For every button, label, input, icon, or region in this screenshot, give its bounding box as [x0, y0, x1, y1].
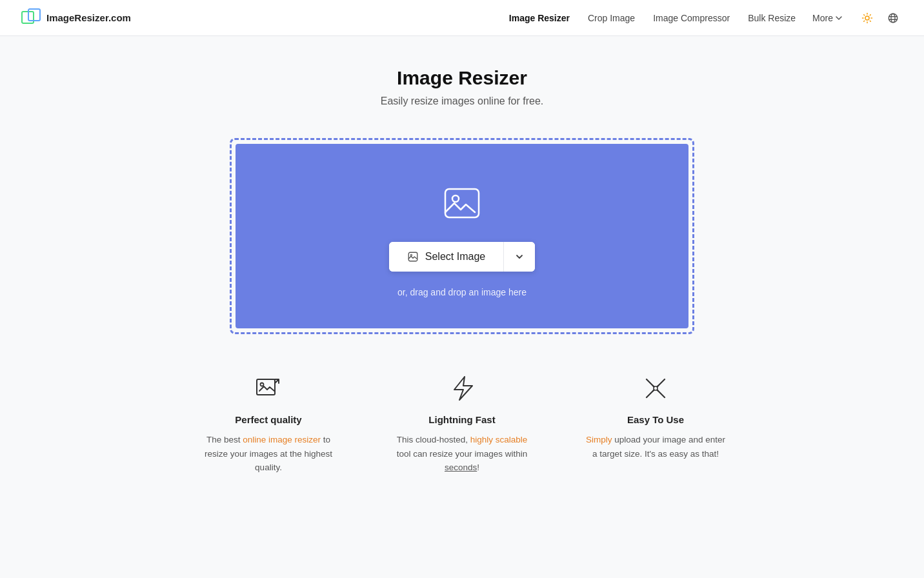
feature-quality-title: Perfect quality [235, 414, 301, 425]
select-image-dropdown-button[interactable] [504, 242, 535, 272]
svg-rect-9 [257, 379, 275, 395]
feature-speed-title: Lightning Fast [428, 414, 495, 425]
svg-point-2 [865, 16, 869, 20]
wrench-icon [640, 373, 671, 404]
drop-zone-wrapper[interactable]: Select Image or, drag and drop an image … [230, 138, 694, 334]
image-select-icon [407, 251, 419, 263]
chevron-down-icon [514, 252, 525, 262]
feature-quality-desc: The best online image resizer to resize … [197, 433, 339, 475]
drag-drop-text: or, drag and drop an image here [397, 287, 527, 297]
features-section: Perfect quality The best online image re… [95, 373, 829, 475]
nav-icon-group [857, 8, 903, 28]
resize-icon [253, 373, 284, 404]
drop-zone[interactable]: Select Image or, drag and drop an image … [236, 144, 688, 328]
svg-point-10 [261, 383, 264, 386]
feature-easy-desc: Simply upload your image and enter a tar… [585, 433, 727, 461]
nav-image-resizer[interactable]: Image Resizer [501, 8, 578, 28]
header: ImageResizer.com Image Resizer Crop Imag… [0, 0, 924, 36]
lightning-icon [447, 373, 477, 404]
feature-easy: Easy To Use Simply upload your image and… [585, 373, 727, 475]
logo[interactable]: ImageResizer.com [21, 8, 131, 28]
page-title: Image Resizer [95, 67, 829, 89]
chevron-down-icon [835, 14, 843, 22]
globe-icon [887, 12, 899, 24]
svg-rect-7 [408, 252, 417, 261]
svg-point-15 [654, 386, 658, 390]
feature-easy-title: Easy To Use [627, 414, 684, 425]
svg-point-3 [889, 14, 898, 23]
svg-point-6 [452, 195, 459, 202]
svg-point-4 [891, 14, 895, 23]
page-subtitle: Easily resize images online for free. [95, 95, 829, 107]
upload-image-icon [439, 180, 485, 226]
language-button[interactable] [883, 8, 903, 28]
main-content: Image Resizer Easily resize images onlin… [75, 36, 849, 516]
logo-icon [21, 8, 41, 28]
feature-quality: Perfect quality The best online image re… [197, 373, 339, 475]
sun-icon [861, 12, 873, 24]
feature-speed-desc: This cloud-hosted, highly scalable tool … [391, 433, 533, 475]
main-nav: Image Resizer Crop Image Image Compresso… [501, 8, 903, 28]
select-image-button[interactable]: Select Image [389, 242, 504, 272]
logo-text: ImageResizer.com [46, 12, 131, 23]
nav-more[interactable]: More [806, 8, 849, 28]
nav-crop-image[interactable]: Crop Image [580, 8, 643, 28]
select-image-button-group[interactable]: Select Image [389, 242, 535, 272]
nav-bulk-resize[interactable]: Bulk Resize [740, 8, 803, 28]
svg-rect-5 [445, 189, 479, 217]
theme-toggle-button[interactable] [857, 8, 878, 28]
feature-speed: Lightning Fast This cloud-hosted, highly… [391, 373, 533, 475]
svg-point-8 [410, 254, 412, 255]
nav-image-compressor[interactable]: Image Compressor [645, 8, 738, 28]
